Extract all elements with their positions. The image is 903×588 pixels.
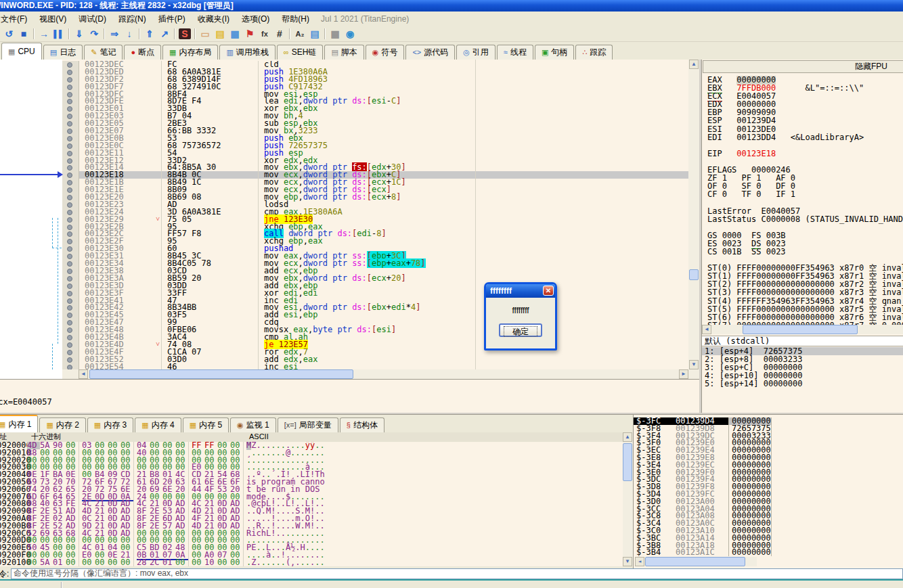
menu-item[interactable]: 视图(V) [33,12,72,26]
registers-pane[interactable]: 隐藏FPU EAX 00000000EBX 7FFDB000 &L"=::=::… [701,60,903,413]
disasm-row[interactable]: 00123E3A8B59 20mov ebx,dword ptr ds:[ecx… [62,275,688,282]
scroll-thumb[interactable] [689,269,699,280]
breakpoint-dot-icon[interactable] [62,127,79,135]
disasm-row[interactable]: 00123E4D˅74 08je 123E57 [62,341,688,348]
breakpoint-dot-icon[interactable] [62,260,79,267]
tab-监视 1[interactable]: ◉监视 1 [230,417,276,432]
scroll-thumb[interactable] [645,557,745,566]
globe-icon[interactable]: ◉ [343,27,357,41]
close-icon[interactable]: ✕ [543,286,554,296]
disassembly-pane[interactable]: 00123DECFCcld00123DED68 6A0A381Epush 1E3… [0,60,699,379]
disasm-row[interactable]: 00123E5446inc esi [62,363,688,369]
registers-hscrollbar[interactable]: ◄ [702,325,903,334]
breakpoint-dot-icon[interactable] [62,216,79,223]
register-line[interactable]: EDI 00123DD4 <&LoadLibraryA> [707,133,903,141]
disasm-row[interactable]: 00123E480FBE06movsx eax,byte ptr ds:[esi… [62,326,688,334]
breakpoint-dot-icon[interactable] [62,304,79,311]
disasm-vscrollbar[interactable]: ▲ ▼ [688,60,699,369]
disasm-row[interactable]: 00123E23ADlodsd [62,201,688,208]
breakpoint-dot-icon[interactable] [62,282,79,290]
breakpoint-dot-icon[interactable] [62,150,79,157]
scroll-up-button[interactable]: ▲ [623,432,632,442]
disasm-row[interactable]: 00123E0766:BB 3332mov bx,3233 [62,127,688,135]
disasm-row[interactable]: 00123E0133DBxor ebx,ebx [62,105,688,112]
disasm-row[interactable]: 00123E4FC1CA 07ror edx,7 [62,348,688,356]
stack-hscrollbar[interactable]: ◄ [635,557,757,566]
strings-icon[interactable]: S [179,28,191,39]
disasm-row[interactable]: 00123E1154push esp [62,150,688,157]
disasm-row[interactable]: 00123E428B34BBmov esi,dword ptr ds:[ebx+… [62,304,688,311]
tab-内存 5[interactable]: ▦内存 5 [183,417,229,432]
calling-convention[interactable]: 默认 (stdcall) [702,336,903,346]
disasm-row[interactable]: 00123E3D03DDadd ebx,ebp [62,282,688,290]
hide-fpu-button[interactable]: 隐藏FPU [703,60,903,73]
breakpoint-dot-icon[interactable] [62,245,79,252]
disasm-row[interactable]: 00123DECFCcld [62,61,688,68]
breakpoint-dot-icon[interactable] [62,252,79,260]
tab-符号[interactable]: ◉符号 [366,45,405,60]
tab-CPU[interactable]: ▦CPU [1,43,42,60]
scroll-left-button[interactable]: ◄ [635,557,644,566]
step-into-icon[interactable]: ⇓ [72,27,87,41]
dump-row[interactable]: 00920100005A010000000000282C010000100000… [0,559,623,566]
tab-日志[interactable]: ▤日志 [43,45,83,60]
scroll-down-button[interactable]: ▼ [623,557,632,566]
restart-icon[interactable]: ↺ [1,27,16,41]
breakpoint-dot-icon[interactable] [62,83,79,91]
tab-跟踪[interactable]: ∴跟踪 [575,45,613,60]
tab-断点[interactable]: ●断点 [124,45,161,60]
disasm-row[interactable]: 00123E4503F5add esi,ebp [62,311,688,319]
tab-内存 3[interactable]: ▦内存 3 [87,417,133,432]
menu-item[interactable]: 收藏夹(I) [192,12,236,26]
breakpoint-dot-icon[interactable] [62,157,79,164]
tab-SEH链[interactable]: ∞SEH链 [277,45,324,60]
patches-icon[interactable]: ▭ [198,27,213,41]
tab-内存 2[interactable]: ▦内存 2 [39,417,85,432]
scroll-thumb[interactable] [623,443,632,481]
register-line[interactable]: EIP 00123E18 [707,150,903,158]
breakpoint-dot-icon[interactable] [62,356,79,363]
scroll-thumb[interactable] [89,369,353,379]
tab-局部变量[interactable]: [x=]局部变量 [278,417,338,432]
breakpoint-dot-icon[interactable] [62,135,79,142]
tab-句柄[interactable]: ▣句柄 [535,45,574,60]
breakpoint-dot-icon[interactable] [62,76,79,83]
hash-icon[interactable]: # [272,27,287,41]
tab-内存 1[interactable]: ▦内存 1 [0,415,38,432]
disasm-row[interactable]: 00123E0C68 75736572push 72657375 [62,142,688,150]
run-to-user-icon[interactable]: ↗ [157,27,172,41]
tab-调用堆栈[interactable]: ▥调用堆栈 [219,45,275,60]
breakpoint-dot-icon[interactable] [62,326,79,334]
breakpoint-dot-icon[interactable] [62,275,79,282]
breakpoint-dot-icon[interactable] [62,290,79,297]
ok-button[interactable]: 确定 [499,323,542,337]
disasm-row[interactable]: 00123E29˅75 05jne 123E30 [62,216,688,223]
stack-pane[interactable]: $-3FC001239D400000000$-3F8001239D8726573… [633,415,903,569]
text-az-icon[interactable]: A₂ [292,27,307,41]
menu-item[interactable]: 插件(P) [152,12,192,26]
breakpoint-dot-icon[interactable] [62,238,79,245]
calculator-icon[interactable]: ▦ [328,27,343,41]
scroll-right-button[interactable]: ► [679,369,688,379]
execute-till-return-icon[interactable]: ⇑ [142,27,157,41]
run-to-user-code-icon[interactable]: ⇒ [107,27,122,41]
scroll-left-button[interactable]: ◄ [79,369,88,379]
disasm-row[interactable]: 00123E208B69 08mov ebp,dword ptr ds:[ecx… [62,194,688,201]
tab-线程[interactable]: ≈线程 [497,45,533,60]
dump-vscrollbar[interactable]: ▲ ▼ [623,432,633,566]
breakpoint-dot-icon[interactable] [62,201,79,208]
command-input[interactable]: 命令使用逗号分隔（像汇编语言）: mov eax, ebx [11,568,903,579]
menu-item[interactable]: 帮助(H) [276,12,315,26]
breakpoint-dot-icon[interactable] [62,267,79,275]
tab-源代码[interactable]: <>源代码 [405,45,455,60]
disasm-row[interactable]: 00123DF268 6389D14Fpush 4FD18963 [62,76,688,83]
functions-icon[interactable]: fx [257,27,272,41]
breakpoint-dot-icon[interactable] [62,230,79,238]
breakpoint-dot-icon[interactable] [62,319,79,326]
breakpoint-dot-icon[interactable] [62,186,79,194]
tab-内存 4[interactable]: ▦内存 4 [135,417,181,432]
disasm-row[interactable]: 00123DED68 6A0A381Epush 1E380A6A [62,68,688,76]
breakpoint-dot-icon[interactable] [62,311,79,319]
register-line[interactable]: CF 0 TF 0 IF 1 [707,190,903,198]
source-icon[interactable]: ▤ [307,27,322,41]
